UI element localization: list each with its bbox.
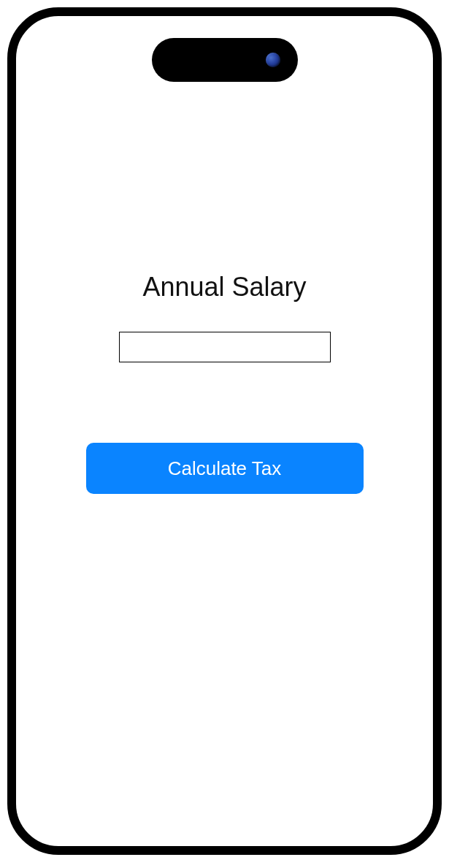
annual-salary-label: Annual Salary xyxy=(142,272,306,302)
phone-frame: Annual Salary Calculate Tax xyxy=(7,7,442,855)
calculate-tax-button[interactable]: Calculate Tax xyxy=(86,443,364,494)
screen-content: Annual Salary Calculate Tax xyxy=(16,16,433,494)
camera-icon xyxy=(266,53,280,67)
annual-salary-input[interactable] xyxy=(119,332,331,362)
notch xyxy=(152,38,298,82)
